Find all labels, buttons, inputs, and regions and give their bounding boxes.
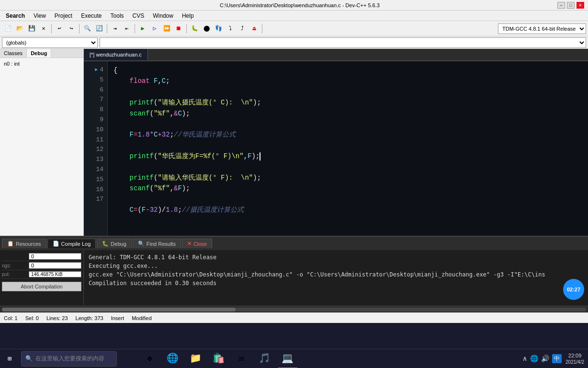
media-app[interactable]: 🎵 <box>255 349 274 368</box>
close-button[interactable]: ✕ <box>577 2 584 9</box>
compile-run-btn[interactable]: ⏩ <box>161 23 172 34</box>
menu-project[interactable]: Project <box>51 11 76 21</box>
linenum-5: 5 <box>84 75 107 85</box>
row2-input[interactable] <box>29 262 81 269</box>
stop-debug-btn[interactable]: ⏏ <box>249 23 260 34</box>
status-col: Col: 1 <box>4 315 18 321</box>
compile-line-1: General: TDM-GCC 4.8.1 64-bit Release <box>89 253 583 262</box>
menu-execute[interactable]: Execute <box>77 11 105 21</box>
editor-tabs: [*] wenduzhuanhuan.c <box>84 49 588 61</box>
editor-tab-wenduzhuanhuan[interactable]: [*] wenduzhuanhuan.c <box>84 49 148 60</box>
tray-ime-icon[interactable]: 中 <box>552 354 562 363</box>
find-results-tab[interactable]: 🔍 Find Results <box>133 239 181 248</box>
close-panel-icon: ✕ <box>187 241 192 247</box>
debug-btn[interactable]: 🐛 <box>189 23 200 34</box>
compile-line-3: gcc.exe "C:\Users\Administrator\Desktop\… <box>89 270 583 279</box>
linenum-13: 13 <box>84 155 107 165</box>
clock[interactable]: 22:09 2021/4/2 <box>565 352 584 365</box>
code-line-12: printf("华氏温度为F=%f(° F)\n",F); <box>113 151 582 161</box>
class-select[interactable]: (globals) <box>2 37 98 48</box>
linenum-4: ▶4 <box>84 65 107 75</box>
bottom-left-row-1 <box>2 252 81 261</box>
close-panel-tab[interactable]: ✕ Close <box>182 239 212 248</box>
search-btn[interactable]: 🔍 <box>81 23 93 34</box>
minimize-button[interactable]: − <box>557 2 565 9</box>
debug-tab[interactable]: Debug <box>27 49 51 58</box>
explorer-app[interactable]: 📁 <box>186 349 205 368</box>
linenum-16: 16 <box>84 185 107 195</box>
step-btn[interactable]: 👣 <box>213 23 224 34</box>
status-bar: Col: 1 Sel: 0 Lines: 23 Length: 373 Inse… <box>0 312 588 323</box>
function-select[interactable] <box>100 37 586 48</box>
row1-input[interactable] <box>29 253 81 260</box>
compiler-combo[interactable]: TDM-GCC 4.8.1 64-bit Release <box>498 23 586 34</box>
main-area: Classes Debug n0 : int [*] wenduzhuanhua… <box>0 49 588 236</box>
linenum-11: 11 <box>84 135 107 145</box>
linenum-9: 9 <box>84 115 107 125</box>
debug-tab-bottom[interactable]: 🐛 Debug <box>97 239 131 248</box>
bottom-left-row-2: ngs: <box>2 261 81 270</box>
compile-btn[interactable]: ▶ <box>137 23 148 34</box>
start-button[interactable]: ⊞ <box>0 349 19 368</box>
code-content[interactable]: { float F,C; printf("请输入摄氏温度(° C): \n");… <box>108 61 588 236</box>
length-label: Length: 373 <box>76 315 103 321</box>
find-results-icon: 🔍 <box>138 241 145 247</box>
indent-btn[interactable]: ⇥ <box>109 23 121 34</box>
system-tray: ∧ 🌐 🔊 中 <box>522 354 562 363</box>
tray-network-icon[interactable]: 🌐 <box>530 355 538 362</box>
taskbar-search-box[interactable]: 🔍 在这里输入您要搜索的内容 <box>21 351 117 367</box>
open-button[interactable]: 📂 <box>14 23 25 34</box>
resources-tab[interactable]: 📋 Resources <box>2 239 46 248</box>
code-line-6 <box>113 87 582 97</box>
linenum-10: 10 <box>84 125 107 135</box>
run-btn[interactable]: ▷ <box>149 23 160 34</box>
status-length: Length: 373 <box>76 315 103 321</box>
code-editor[interactable]: ▶4 5 6 7 8 9 10 11 12 13 14 15 16 17 <box>84 61 588 236</box>
menu-view[interactable]: View <box>30 11 50 21</box>
tray-expand-icon[interactable]: ∧ <box>522 355 527 362</box>
debug-item[interactable]: n0 : int <box>2 60 81 68</box>
step-out-btn[interactable]: ⤴ <box>237 23 248 34</box>
code-line-15: scanf("%f",&F); <box>113 183 582 194</box>
taskview-app[interactable]: ❖ <box>140 349 159 368</box>
taskbar-apps: ❖ 🌐 📁 🛍️ ✉️ 🎵 💻 <box>119 349 319 368</box>
redo-button[interactable]: ↪ <box>66 23 77 34</box>
row3-label: put: <box>2 272 10 277</box>
edge-app[interactable]: 🌐 <box>163 349 182 368</box>
menu-tools[interactable]: Tools <box>107 11 128 21</box>
new-button[interactable]: 📄 <box>2 23 13 34</box>
scroll-track[interactable] <box>2 308 586 311</box>
tray-volume-icon[interactable]: 🔊 <box>541 355 549 362</box>
devcpp-app[interactable]: 💻 <box>278 349 297 368</box>
left-tabs: Classes Debug <box>0 49 83 58</box>
horizontal-scrollbar[interactable] <box>0 306 588 312</box>
scroll-thumb[interactable] <box>2 308 236 311</box>
abort-compilation-button[interactable]: Abort Compilation <box>2 282 81 291</box>
linenum-6: 6 <box>84 85 107 95</box>
maximize-button[interactable]: □ <box>567 2 575 9</box>
modified-label: Modified <box>132 315 152 321</box>
mail-app[interactable]: ✉️ <box>232 349 251 368</box>
title-bar: C:\Users\Administrator\Desktop\wenduzhua… <box>0 0 588 11</box>
replace-btn[interactable]: 🔄 <box>93 23 105 34</box>
step-over-btn[interactable]: ⤵ <box>225 23 236 34</box>
save-button[interactable]: 💾 <box>26 23 37 34</box>
sel-label: Sel: 0 <box>25 315 39 321</box>
menu-help[interactable]: Help <box>178 11 198 21</box>
menu-cvs[interactable]: CVS <box>129 11 148 21</box>
editor-tab-label: [*] wenduzhuanhuan.c <box>90 52 142 58</box>
menu-search[interactable]: Search <box>2 11 29 21</box>
func-bar: (globals) <box>0 36 588 49</box>
taskbar: ⊞ 🔍 在这里输入您要搜索的内容 ❖ 🌐 📁 🛍️ ✉️ 🎵 💻 ∧ 🌐 🔊 中… <box>0 349 588 368</box>
unindent-btn[interactable]: ⇤ <box>121 23 133 34</box>
close-file-button[interactable]: ✕ <box>38 23 49 34</box>
breakpoint-btn[interactable]: ⬤ <box>201 23 212 34</box>
compile-log-tab[interactable]: 📄 Compile Log <box>47 239 96 248</box>
classes-tab[interactable]: Classes <box>0 49 27 58</box>
undo-button[interactable]: ↩ <box>54 23 65 34</box>
store-app[interactable]: 🛍️ <box>209 349 228 368</box>
clock-date: 2021/4/2 <box>565 359 584 365</box>
menu-window[interactable]: Window <box>149 11 177 21</box>
row3-input[interactable] <box>29 271 81 277</box>
stop-btn[interactable]: ⏹ <box>173 23 184 34</box>
